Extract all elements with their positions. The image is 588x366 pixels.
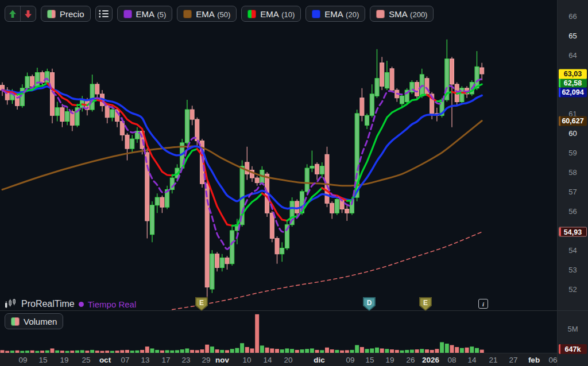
event-marker-d[interactable]: D (363, 297, 376, 311)
watermark: ProRealTime Tiempo Real (5, 299, 136, 309)
time-axis-label: 09 (18, 356, 27, 364)
legend-chip-ema-20[interactable]: EMA (20) (305, 6, 365, 22)
indicator-swatch-icon (312, 10, 320, 18)
time-axis-label: 27 (509, 356, 517, 364)
indicator-label: EMA (5) (136, 9, 167, 19)
indicator-period: (10) (281, 10, 295, 19)
indicator-swatch-icon (183, 10, 192, 18)
badge-color-bar (559, 228, 561, 236)
badge-color-bar (559, 116, 560, 126)
indicator-period: (50) (217, 10, 230, 19)
event-letter: E (196, 298, 207, 310)
badge-value: 62,58 (564, 79, 582, 87)
indicator-label: SMA (200) (389, 9, 427, 19)
price-badge-ema-20: 62,094 (559, 87, 587, 97)
price-tick-label: 54 (558, 246, 588, 254)
pane-separator[interactable] (0, 310, 557, 311)
event-letter: E (420, 298, 431, 310)
price-swatch-icon (47, 10, 56, 18)
scroll-button-group (5, 6, 36, 22)
price-tick-label: 64 (558, 50, 588, 59)
indicator-period: (20) (346, 10, 359, 19)
time-axis-label: oct (99, 356, 111, 364)
brand-name: ProRealTime (21, 299, 75, 309)
indicator-period: (5) (157, 10, 166, 19)
trading-chart-window: Precio EMA (5)EMA (50)EMA (10)EMA (20)SM… (0, 0, 588, 366)
time-axis-label: 14 (467, 356, 476, 364)
price-badge-ema-50: 60,627 (559, 116, 587, 126)
event-marker-e[interactable]: E (419, 297, 432, 311)
time-axis-label: dic (314, 356, 325, 364)
time-axis-label: 2026 (422, 356, 439, 364)
legend-chip-ema-5[interactable]: EMA (5) (117, 6, 173, 22)
time-axis-label: 07 (121, 356, 129, 364)
event-shield-icon: E (195, 297, 208, 311)
time-axis-label: 08 (447, 356, 456, 364)
indicator-label: EMA (10) (260, 9, 295, 19)
price-legend-label: Precio (60, 9, 84, 19)
price-tick-label: 58 (558, 168, 588, 176)
indicator-label: EMA (50) (196, 9, 230, 19)
time-axis-label: 23 (181, 356, 190, 364)
price-tick-label: 52 (558, 285, 588, 293)
indicator-period: (200) (410, 10, 427, 19)
indicator-swatch-icon (247, 10, 256, 18)
indicator-legend-chips: EMA (5)EMA (50)EMA (10)EMA (20)SMA (200) (117, 6, 434, 22)
scroll-up-button[interactable] (5, 6, 20, 21)
chart-toolbar: Precio EMA (5)EMA (50)EMA (10)EMA (20)SM… (5, 6, 434, 22)
time-axis[interactable]: 09151925oct0713172329nov101420dic0915192… (0, 353, 557, 366)
time-axis-label: 29 (202, 356, 210, 364)
badge-value: 62,094 (562, 88, 583, 96)
price-tick-label: 65 (558, 31, 588, 40)
event-marker-e[interactable]: E (195, 297, 208, 311)
volume-badge-bar (559, 344, 560, 354)
price-badge-sma-200: 54,93 (559, 227, 587, 237)
volume-legend-label: Volumen (24, 317, 57, 326)
time-axis-label: 19 (60, 356, 68, 364)
badge-value: 54,93 (564, 228, 582, 236)
time-axis-label: nov (215, 356, 229, 364)
time-axis-label: 25 (82, 356, 90, 364)
time-axis-label: 13 (141, 356, 149, 364)
time-axis-label: 06 (548, 356, 557, 364)
time-axis-label: 14 (263, 356, 272, 364)
up-arrow-icon (9, 10, 17, 18)
time-axis-label: 20 (284, 356, 292, 364)
down-arrow-icon (24, 10, 32, 18)
time-axis-label: 17 (161, 356, 170, 364)
legend-chip-ema-10[interactable]: EMA (10) (241, 6, 301, 22)
badge-color-bar (559, 87, 560, 97)
time-axis-label: 19 (385, 356, 394, 364)
indicator-swatch-icon (123, 10, 132, 18)
legend-chip-ema-50[interactable]: EMA (50) (177, 6, 237, 22)
badge-value: 60,627 (562, 117, 583, 125)
badge-value: 63,03 (564, 70, 582, 78)
axis-pane-separator (558, 310, 588, 311)
price-tick-label: 66 (558, 11, 588, 20)
price-legend-button[interactable]: Precio (41, 6, 91, 22)
time-axis-label: 15 (365, 356, 374, 364)
volume-swatch-icon (11, 317, 20, 326)
price-tick-label: 53 (558, 265, 588, 274)
time-axis-label: 21 (489, 356, 497, 364)
volume-badge-text: 647k (565, 345, 581, 353)
volume-value-badge: 647k (559, 344, 587, 354)
time-axis-label: 09 (346, 356, 354, 364)
indicator-list-button[interactable] (95, 6, 113, 22)
legend-chip-sma-200[interactable]: SMA (200) (370, 6, 434, 22)
time-axis-label: 15 (38, 356, 47, 364)
time-axis-label: 10 (242, 356, 251, 364)
price-badge-last-price: 63,03 (559, 69, 587, 79)
price-tick-label: 57 (558, 187, 588, 196)
realtime-dot-icon (79, 302, 84, 307)
price-tick-label: 56 (558, 207, 588, 215)
event-letter: D (364, 298, 374, 310)
price-axis[interactable]: 5M 647k 66656461605958575654535262,09462… (557, 0, 588, 366)
volume-pane-header: Volumen (5, 313, 63, 329)
scroll-down-button[interactable] (21, 6, 36, 21)
price-tick-label: 60 (558, 129, 588, 137)
volume-legend-button[interactable]: Volumen (5, 313, 63, 329)
indicator-label: EMA (20) (324, 9, 359, 19)
time-axis-label: 26 (406, 356, 415, 364)
price-badge-ema-10: 62,58 (559, 78, 587, 88)
